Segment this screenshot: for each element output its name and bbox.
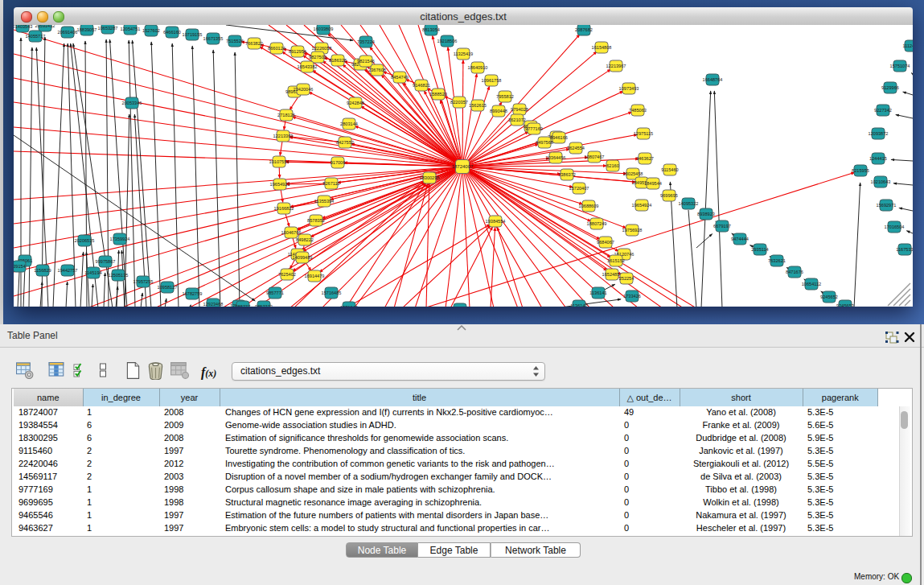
- svg-text:9821546: 9821546: [357, 59, 375, 64]
- svg-text:15692971: 15692971: [877, 203, 897, 208]
- svg-text:62160: 62160: [606, 163, 619, 168]
- svg-text:2087682: 2087682: [575, 27, 593, 32]
- svg-text:9857772: 9857772: [255, 304, 273, 307]
- svg-text:19756928: 19756928: [622, 228, 643, 233]
- svg-text:7515526: 7515526: [226, 39, 244, 43]
- svg-text:10688609: 10688609: [579, 204, 599, 208]
- svg-text:15716485: 15716485: [322, 290, 342, 295]
- svg-text:6679197: 6679197: [713, 224, 731, 229]
- svg-text:99975867: 99975867: [96, 259, 116, 264]
- svg-text:1167533: 1167533: [896, 247, 913, 252]
- svg-text:10807467: 10807467: [585, 154, 605, 159]
- svg-text:8813054: 8813054: [422, 27, 440, 32]
- svg-text:9699695: 9699695: [660, 193, 678, 198]
- svg-text:20053346: 20053346: [122, 101, 142, 105]
- svg-text:11355394: 11355394: [314, 199, 334, 204]
- svg-text:19442757: 19442757: [58, 268, 78, 273]
- svg-text:10654112: 10654112: [802, 282, 821, 286]
- svg-text:12213967: 12213967: [606, 64, 626, 68]
- svg-text:12093872: 12093872: [869, 131, 889, 136]
- svg-text:9242848: 9242848: [347, 101, 364, 105]
- svg-text:19166822: 19166822: [274, 206, 294, 211]
- svg-text:15720407: 15720407: [569, 186, 589, 191]
- svg-text:18839057: 18839057: [77, 27, 97, 32]
- svg-text:8938923: 8938923: [697, 212, 715, 216]
- svg-text:917006: 917006: [331, 160, 346, 165]
- svg-text:2718126: 2718126: [277, 113, 295, 117]
- svg-text:14055717: 14055717: [26, 34, 46, 39]
- svg-text:16914479: 16914479: [305, 274, 325, 278]
- svg-text:18807249: 18807249: [587, 221, 607, 226]
- svg-text:14095322: 14095322: [679, 201, 699, 206]
- svg-text:9794028: 9794028: [511, 107, 528, 112]
- svg-text:16046766: 16046766: [281, 230, 302, 235]
- svg-text:8578352: 8578352: [307, 218, 325, 223]
- svg-text:2803144: 2803144: [340, 122, 358, 126]
- svg-text:8267110: 8267110: [322, 181, 339, 186]
- svg-text:9857771: 9857771: [266, 290, 284, 295]
- svg-text:1145194: 1145194: [84, 270, 101, 275]
- svg-text:1527602: 1527602: [142, 28, 160, 33]
- svg-text:15751074: 15751074: [890, 64, 910, 68]
- svg-text:8427552: 8427552: [336, 140, 354, 145]
- svg-text:252254: 252254: [619, 276, 634, 281]
- svg-text:1562615: 1562615: [469, 103, 487, 108]
- svg-text:7955812: 7955812: [496, 94, 514, 99]
- svg-text:20206535: 20206535: [75, 238, 95, 243]
- svg-text:7386372: 7386372: [558, 172, 576, 177]
- svg-text:8471676: 8471676: [786, 270, 803, 274]
- svg-text:8186328: 8186328: [329, 58, 347, 63]
- svg-text:9684067: 9684067: [597, 240, 614, 245]
- svg-text:1849544: 1849544: [644, 181, 662, 186]
- svg-text:8660124: 8660124: [268, 46, 285, 51]
- svg-text:12975115: 12975115: [634, 131, 653, 136]
- svg-text:11325419: 11325419: [454, 51, 473, 56]
- svg-text:9474444: 9474444: [731, 237, 749, 241]
- svg-text:19654924: 19654924: [632, 203, 652, 208]
- svg-text:9245653: 9245653: [836, 303, 854, 307]
- svg-text:20364456: 20364456: [546, 155, 566, 160]
- svg-text:10107554: 10107554: [269, 159, 290, 164]
- svg-text:1615152: 1615152: [607, 258, 625, 263]
- svg-text:2367608: 2367608: [368, 68, 386, 72]
- svg-text:1156829: 1156829: [34, 268, 51, 273]
- svg-text:18640910: 18640910: [468, 65, 488, 70]
- svg-text:6497568: 6497568: [536, 140, 553, 145]
- svg-text:10210643: 10210643: [871, 179, 891, 184]
- svg-text:9827503: 9827503: [309, 55, 326, 60]
- svg-text:8454749: 8454749: [391, 75, 409, 80]
- svg-text:12054751: 12054751: [121, 27, 141, 31]
- svg-text:23420046: 23420046: [294, 87, 314, 92]
- svg-text:9129966: 9129966: [881, 85, 899, 90]
- svg-text:12505135: 12505135: [109, 273, 129, 278]
- svg-text:3624554: 3624554: [567, 146, 585, 150]
- svg-text:16782759: 16782759: [183, 291, 203, 296]
- svg-text:20591412: 20591412: [35, 25, 55, 28]
- svg-text:7632621: 7632621: [768, 258, 786, 263]
- svg-text:8912954: 8912954: [289, 49, 306, 54]
- svg-text:21403543: 21403543: [14, 25, 32, 29]
- svg-text:9777169: 9777169: [525, 126, 543, 131]
- svg-text:1571649: 1571649: [340, 305, 358, 307]
- svg-text:18300295: 18300295: [420, 175, 440, 180]
- svg-text:10719155: 10719155: [183, 32, 203, 37]
- svg-text:10961758: 10961758: [482, 78, 502, 83]
- svg-text:10973493: 10973493: [619, 86, 639, 91]
- svg-text:1588520: 1588520: [429, 92, 447, 97]
- svg-text:8498222: 8498222: [296, 237, 314, 242]
- svg-text:985777: 985777: [236, 304, 251, 307]
- svg-text:9463627: 9463627: [636, 156, 654, 161]
- svg-text:14099489: 14099489: [293, 255, 313, 260]
- svg-text:8220357: 8220357: [450, 100, 468, 105]
- svg-text:6466160: 6466160: [163, 30, 181, 35]
- svg-text:9146821: 9146821: [413, 83, 430, 88]
- svg-text:10958127: 10958127: [158, 285, 178, 290]
- svg-text:9245652: 9245652: [820, 295, 838, 299]
- svg-text:8990448: 8990448: [490, 109, 507, 113]
- svg-text:12213369: 12213369: [273, 134, 294, 138]
- svg-text:18724007: 18724007: [452, 164, 474, 169]
- svg-text:1112472: 1112472: [903, 43, 913, 48]
- svg-text:19384554: 19384554: [486, 219, 506, 224]
- svg-text:20691406: 20691406: [58, 30, 78, 35]
- svg-text:1733426: 1733426: [623, 294, 641, 299]
